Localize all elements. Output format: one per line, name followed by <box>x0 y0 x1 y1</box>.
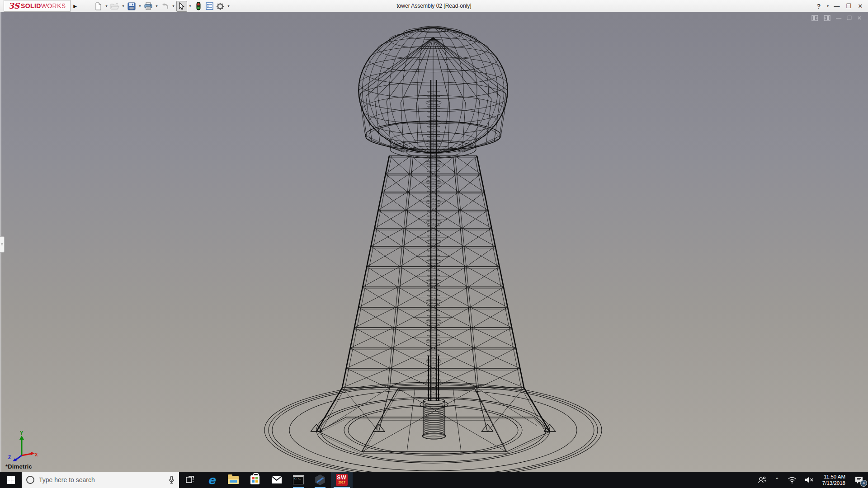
solidworks-logo-text: SOLIDWORKS <box>21 2 66 9</box>
tower-wireframe-model[interactable] <box>0 12 868 472</box>
new-document-button[interactable] <box>93 1 104 12</box>
taskbar-clock[interactable]: 11:50 AM 7/13/2018 <box>818 472 850 488</box>
file-explorer-button[interactable] <box>222 472 244 488</box>
volume-button[interactable] <box>801 472 818 488</box>
open-folder-icon <box>110 3 119 10</box>
undo-arrow-icon <box>161 3 169 10</box>
system-tray: ⌃ 11:50 AM 7/13/2018 4 <box>754 472 868 488</box>
orientation-triad: Y X Z <box>6 429 38 462</box>
start-button[interactable] <box>0 472 22 488</box>
file-explorer-icon <box>228 476 239 484</box>
store-icon <box>250 475 259 484</box>
microphone-icon[interactable] <box>169 476 175 484</box>
task-view-button[interactable] <box>179 472 201 488</box>
cortana-icon <box>26 476 34 484</box>
help-caret-icon[interactable]: ▾ <box>826 4 830 8</box>
save-button[interactable] <box>126 1 137 12</box>
ds-logo-icon: ЗS <box>8 1 19 10</box>
print-button[interactable] <box>143 1 154 12</box>
doc-minimize-button[interactable]: — <box>836 15 841 21</box>
print-caret-icon[interactable]: ▾ <box>154 1 160 12</box>
minimize-button[interactable]: — <box>832 3 842 9</box>
window-controls: ? ▾ — ❐ ✕ <box>814 0 865 12</box>
standard-toolbar: ▾ ▾ ▾ ▾ <box>93 0 231 12</box>
options-button[interactable] <box>215 1 226 12</box>
menu-flyout-arrow-icon[interactable]: ▶ <box>71 0 79 12</box>
chevron-up-icon: ⌃ <box>775 477 779 483</box>
action-center-button[interactable]: 4 <box>850 472 868 488</box>
rebuild-button[interactable] <box>193 1 204 12</box>
graphics-viewport[interactable]: — ❐ ✕ Y X Z *Dimetric <box>0 12 868 472</box>
options-gear-icon <box>216 2 224 10</box>
file-properties-icon <box>206 2 213 10</box>
wifi-icon <box>788 477 797 483</box>
new-caret-icon[interactable]: ▾ <box>104 1 109 12</box>
next-window-icon[interactable] <box>824 15 830 21</box>
previous-window-icon[interactable] <box>811 15 818 21</box>
undo-button[interactable] <box>160 1 170 12</box>
hexagon-app-button[interactable] <box>309 472 331 488</box>
close-button[interactable]: ✕ <box>855 3 865 9</box>
command-prompt-icon: C:\_ <box>293 475 304 484</box>
restore-button[interactable]: ❐ <box>844 3 854 9</box>
microsoft-store-button[interactable] <box>244 472 266 488</box>
solidworks-2017-icon: SW 2017 <box>336 474 348 486</box>
axis-z-label: Z <box>8 455 11 460</box>
new-document-icon <box>94 2 102 10</box>
doc-restore-button[interactable]: ❐ <box>847 15 852 21</box>
flyout-dot-icon <box>1 243 3 245</box>
edge-icon: e <box>208 474 216 487</box>
tray-time: 11:50 AM <box>822 474 845 480</box>
task-view-icon <box>185 475 194 484</box>
open-caret-icon[interactable]: ▾ <box>120 1 126 12</box>
solidworks-logo: ЗS SOLIDWORKS <box>4 0 71 12</box>
featuremanager-flyout-tab[interactable] <box>0 236 5 253</box>
document-window-controls: — ❐ ✕ <box>811 15 862 21</box>
mail-icon <box>271 476 282 484</box>
select-cursor-icon <box>179 2 185 10</box>
show-hidden-icons-button[interactable]: ⌃ <box>771 472 783 488</box>
view-orientation-label: *Dimetric <box>5 463 32 470</box>
speaker-muted-icon <box>805 476 814 483</box>
people-button[interactable] <box>754 472 771 488</box>
open-document-button[interactable] <box>109 1 120 12</box>
options-caret-icon[interactable]: ▾ <box>226 1 231 12</box>
notification-badge: 4 <box>860 480 867 487</box>
file-properties-button[interactable] <box>204 1 215 12</box>
axis-x-label: X <box>35 452 38 457</box>
taskbar-search[interactable] <box>22 472 179 488</box>
edge-browser-button[interactable]: e <box>201 472 222 488</box>
select-caret-icon[interactable]: ▾ <box>187 1 193 12</box>
command-prompt-button[interactable]: C:\_ <box>288 472 309 488</box>
undo-caret-icon[interactable]: ▾ <box>170 1 176 12</box>
titlebar: tower Assembly 02 [Read-only] ЗS SOLIDWO… <box>0 0 868 12</box>
hexagon-app-icon <box>315 474 326 485</box>
tray-date: 7/13/2018 <box>822 480 845 486</box>
doc-close-button[interactable]: ✕ <box>857 15 862 21</box>
print-icon <box>144 2 153 10</box>
search-input[interactable] <box>39 476 147 483</box>
mail-button[interactable] <box>266 472 288 488</box>
solidworks-2017-button[interactable]: SW 2017 <box>331 472 353 488</box>
select-tool-button[interactable] <box>176 1 187 12</box>
save-floppy-icon <box>127 2 136 10</box>
axis-y-label: Y <box>20 430 24 436</box>
rebuild-traffic-light-icon <box>196 2 201 10</box>
windows-logo-icon <box>7 476 15 484</box>
network-button[interactable] <box>783 472 801 488</box>
save-caret-icon[interactable]: ▾ <box>137 1 143 12</box>
people-icon <box>758 476 767 483</box>
windows-taskbar: e C:\_ SW 2017 <box>0 472 868 488</box>
help-button[interactable]: ? <box>814 3 824 10</box>
